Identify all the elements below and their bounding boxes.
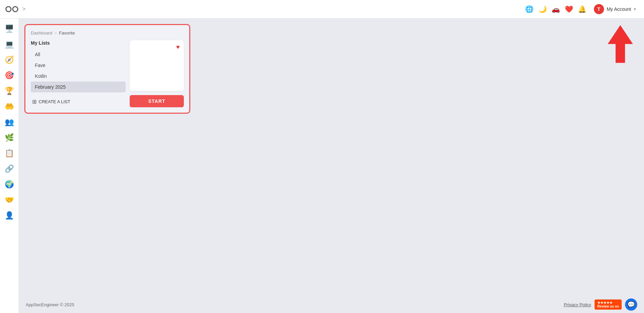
- sidebar-item-links[interactable]: 🔗: [3, 162, 16, 176]
- list-section: My Lists All Fave Kotlin February 2025 ⊞…: [31, 40, 126, 107]
- card-preview: ♥: [130, 40, 184, 91]
- sidebar-item-hands[interactable]: 🤲: [3, 100, 16, 113]
- account-label: My Account: [607, 6, 631, 12]
- breadcrumb-dashboard[interactable]: Dashboard: [31, 30, 52, 36]
- moon-icon[interactable]: 🌙: [538, 5, 547, 13]
- g2-stars: ★★★★★: [597, 301, 613, 305]
- bell-icon[interactable]: 🔔: [578, 5, 586, 13]
- favorite-panel: Dashboard > Favorite My Lists All Fave K…: [24, 24, 190, 114]
- list-item-february[interactable]: February 2025: [31, 82, 126, 92]
- footer: AppSecEngineer © 2025 Privacy Policy ★★★…: [19, 296, 644, 313]
- create-list-icon: ⊞: [32, 98, 37, 105]
- sidebar-toggle-button[interactable]: >: [22, 6, 25, 12]
- car-icon[interactable]: 🚗: [552, 5, 560, 13]
- card-section: ♥ START: [130, 40, 184, 107]
- sidebar-item-explore[interactable]: 🧭: [3, 53, 16, 67]
- header-right: 🌐 🌙 🚗 ❤️ 🔔 T My Account ▾: [525, 3, 639, 16]
- sidebar-item-globe[interactable]: 🌍: [3, 178, 16, 191]
- panel-content: My Lists All Fave Kotlin February 2025 ⊞…: [31, 40, 184, 107]
- logo-circle-right: [12, 6, 18, 12]
- chat-icon: 💬: [627, 301, 635, 308]
- my-lists-title: My Lists: [31, 40, 126, 46]
- account-button[interactable]: T My Account ▾: [591, 3, 639, 16]
- sidebar-item-target[interactable]: 🎯: [3, 69, 16, 82]
- header-left: >: [5, 6, 25, 12]
- avatar: T: [594, 4, 604, 14]
- list-item-kotlin[interactable]: Kotlin: [31, 71, 126, 82]
- arrow-svg: [603, 22, 637, 66]
- main-content: Dashboard > Favorite My Lists All Fave K…: [19, 19, 644, 313]
- card-heart-icon: ♥: [176, 44, 180, 51]
- sidebar-item-courses[interactable]: 💻: [3, 38, 16, 51]
- sidebar-item-dashboard[interactable]: 🖥️: [3, 22, 16, 36]
- globe-icon[interactable]: 🌐: [525, 5, 534, 13]
- g2-badge[interactable]: ★★★★★ Review us on: [595, 299, 622, 310]
- breadcrumb: Dashboard > Favorite: [31, 30, 184, 36]
- heart-header-icon[interactable]: ❤️: [565, 5, 573, 13]
- sidebar: 🖥️ 💻 🧭 🎯 🏆 🤲 👥 🌿 📋 🔗 🌍 🤝 👤: [0, 19, 19, 313]
- breadcrumb-current: Favorite: [59, 30, 75, 36]
- sidebar-item-notes[interactable]: 📋: [3, 147, 16, 160]
- sidebar-item-team[interactable]: 👥: [3, 115, 16, 129]
- red-arrow-indicator: [603, 22, 637, 66]
- logo-circle-left: [5, 6, 12, 12]
- account-chevron-icon: ▾: [634, 7, 636, 12]
- header: > 🌐 🌙 🚗 ❤️ 🔔 T My Account ▾: [0, 0, 644, 19]
- start-button[interactable]: START: [130, 95, 184, 107]
- privacy-policy-link[interactable]: Privacy Policy: [564, 302, 591, 307]
- chat-button[interactable]: 💬: [625, 298, 637, 311]
- list-item-fave[interactable]: Fave: [31, 60, 126, 71]
- create-list-label: CREATE A LIST: [39, 99, 70, 104]
- sidebar-item-nature[interactable]: 🌿: [3, 131, 16, 144]
- sidebar-item-profile[interactable]: 👤: [3, 209, 16, 222]
- sidebar-item-collab[interactable]: 🤝: [3, 193, 16, 207]
- logo-icon[interactable]: [5, 6, 18, 12]
- create-list-button[interactable]: ⊞ CREATE A LIST: [31, 96, 126, 107]
- list-item-all[interactable]: All: [31, 49, 126, 60]
- breadcrumb-separator: >: [55, 30, 57, 36]
- svg-marker-0: [608, 25, 633, 63]
- footer-right: Privacy Policy ★★★★★ Review us on 💬: [564, 298, 637, 311]
- copyright-text: AppSecEngineer © 2025: [26, 302, 74, 307]
- g2-label: Review us on: [597, 305, 619, 308]
- sidebar-item-trophy[interactable]: 🏆: [3, 84, 16, 98]
